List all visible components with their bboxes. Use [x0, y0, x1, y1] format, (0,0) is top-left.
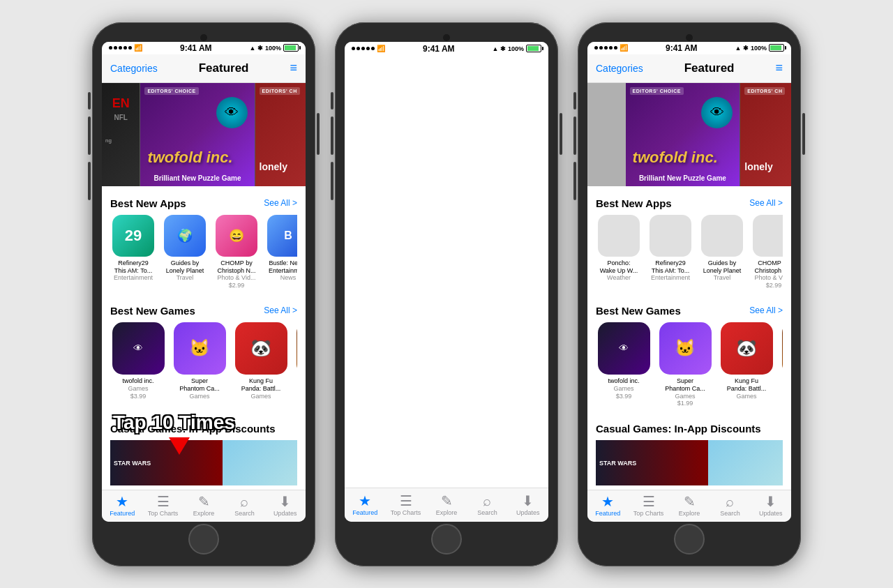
casual-banner-3: STAR WARS — [596, 440, 783, 485]
tab-featured-1[interactable]: ★ Featured — [102, 490, 142, 521]
best-new-games-section-1: Best New Games See All > 👁 twofold inc. … — [102, 299, 306, 412]
tab-updates-2[interactable]: ⬇ Updates — [508, 488, 548, 522]
app-name: Refinery29This AM: To... — [114, 259, 152, 275]
lonely-text-3: lonely — [744, 161, 772, 172]
time-display-2: 9:41 AM — [423, 44, 455, 54]
game-item-twofold-3[interactable]: 👁 twofold inc. Games$3.99 — [596, 322, 652, 407]
phone-1-screen: 📶 9:41 AM ▲ ✱ 100% Categories Featured ≡ — [102, 42, 306, 522]
casual-banner-1: STAR WARS — [110, 440, 297, 485]
tab-search-3[interactable]: ⌕ Search — [710, 490, 750, 521]
app-name-guides: Guides byLonely Planet — [166, 259, 204, 275]
game-item-super[interactable]: 🐱 SuperPhantom Ca... Games — [172, 322, 227, 407]
app-category-bustle: News — [280, 274, 297, 282]
best-games-title-1: Best New Games — [110, 305, 195, 317]
casual-section-1: Casual Games: In-App Discounts STAR WARS — [102, 417, 306, 490]
status-bar-2: 📶 9:41 AM ▲ ✱ 100% — [345, 42, 548, 56]
explore-icon: ✎ — [198, 495, 210, 508]
tab-explore-label-2: Explore — [436, 509, 458, 516]
best-games-title-3: Best New Games — [596, 305, 681, 317]
best-apps-see-all-1[interactable]: See All > — [264, 198, 297, 208]
game-icon-sandstorm-3: ⚓ — [782, 322, 783, 375]
home-button-1[interactable] — [188, 524, 219, 555]
app-icon-refinery29: 29 — [112, 215, 154, 257]
best-new-games-section-3: Best New Games See All > 👁 twofold inc. … — [587, 299, 791, 412]
app-name-chomp-3: CHOMP byChristoph N... — [754, 259, 783, 275]
app-item-guides-3[interactable]: Guides byLonely Planet Travel — [699, 215, 745, 289]
best-games-see-all-3[interactable]: See All > — [749, 306, 783, 315]
home-button-3[interactable] — [674, 524, 705, 555]
game-item-twofold[interactable]: 👁 twofold inc. Games$3.99 — [110, 322, 166, 407]
game-name-kungfu: Kung FuPanda: Battl... — [241, 377, 281, 393]
explore-icon-2: ✎ — [441, 494, 453, 508]
app-icon-guides: 🌍 — [164, 215, 206, 257]
tab-top-charts-1[interactable]: ☰ Top Charts — [142, 490, 183, 521]
app-item[interactable]: 29 Refinery29This AM: To... Entertainmen… — [110, 215, 156, 289]
app-item-chomp[interactable]: 😄 CHOMP byChristoph N... Photo & Vid...$… — [213, 215, 260, 289]
home-button-2[interactable] — [431, 524, 462, 555]
tab-bar-3: ★ Featured ☰ Top Charts ✎ Explore ⌕ Sear… — [587, 490, 791, 521]
nav-title-3: Featured — [684, 61, 735, 75]
editors-badge-1: EDITORS' CHOICE — [144, 87, 198, 95]
list-icon-1[interactable]: ≡ — [290, 61, 297, 75]
tab-search-2[interactable]: ⌕ Search — [467, 488, 507, 522]
app-item-bustle[interactable]: B Bustle: News,Entertainme... News — [265, 215, 297, 289]
game-item-kungfu[interactable]: 🐼 Kung FuPanda: Battl... Games — [233, 322, 289, 407]
tab-featured-3[interactable]: ★ Featured — [587, 490, 628, 521]
tab-search-label-1: Search — [234, 510, 255, 517]
app-icon-chomp: 😄 — [216, 215, 257, 257]
top-charts-icon-3: ☰ — [643, 495, 655, 508]
categories-link-3[interactable]: Categories — [596, 63, 643, 74]
game-icon-kungfu: 🐼 — [235, 322, 287, 375]
nav-bar-1: Categories Featured ≡ — [102, 54, 306, 83]
game-item-super-3[interactable]: 🐱 SuperPhantom Ca... Games$1.99 — [657, 322, 713, 407]
tab-search-label-2: Search — [477, 509, 497, 516]
tab-explore-3[interactable]: ✎ Explore — [669, 490, 710, 521]
app-category-chomp: Photo & Vid...$2.99 — [218, 274, 256, 289]
tab-search-1[interactable]: ⌕ Search — [224, 490, 264, 521]
tab-explore-2[interactable]: ✎ Explore — [426, 488, 467, 522]
tab-top-charts-label-3: Top Charts — [633, 510, 664, 517]
tab-updates-1[interactable]: ⬇ Updates — [265, 490, 306, 521]
nav-bar-3: Categories Featured ≡ — [587, 54, 791, 83]
games-row-3: 👁 twofold inc. Games$3.99 🐱 SuperPhantom… — [596, 322, 783, 407]
featured-icon-2: ★ — [359, 494, 371, 508]
casual-title-1: Casual Games: In-App Discounts — [110, 423, 276, 435]
explore-icon-3: ✎ — [684, 495, 696, 508]
hero-title-3: twofold inc. — [633, 150, 718, 165]
app-item-poncho[interactable]: Poncho:Wake Up W... Weather — [596, 215, 642, 289]
tab-featured-2[interactable]: ★ Featured — [345, 488, 385, 522]
tab-updates-3[interactable]: ⬇ Updates — [751, 490, 791, 521]
game-icon-sandstorm: ⚓ — [297, 322, 298, 375]
tab-top-charts-2[interactable]: ☰ Top Charts — [385, 488, 426, 522]
best-games-see-all-1[interactable]: See All > — [264, 306, 297, 315]
app-item-chomp-3[interactable]: CHOMP byChristoph N... Photo & Vid...$2.… — [751, 215, 783, 289]
best-apps-see-all-3[interactable]: See All > — [749, 198, 783, 208]
app-cat-r29-3: Entertainment — [651, 274, 690, 282]
best-new-apps-section-3: Best New Apps See All > Poncho:Wake Up W… — [587, 192, 791, 294]
hero-banner-1[interactable]: ENNFL ng EDITORS' CHOICE twofold inc. 👁 … — [102, 83, 306, 186]
game-cat-twofold-3: Games$3.99 — [613, 385, 633, 400]
status-bar: 📶 9:41 AM ▲ ✱ 100% — [102, 42, 306, 55]
app-category-guides: Travel — [177, 274, 194, 282]
app-item-r29-3[interactable]: Refinery29This AM: To... Entertainment — [647, 215, 693, 289]
game-item-kungfu-3[interactable]: 🐼 Kung FuPanda: Battl... Games — [719, 322, 774, 407]
tab-updates-label-3: Updates — [759, 510, 783, 517]
phones-container: 📶 9:41 AM ▲ ✱ 100% Categories Featured ≡ — [92, 22, 801, 566]
categories-link-1[interactable]: Categories — [110, 63, 158, 74]
tab-top-charts-3[interactable]: ☰ Top Charts — [628, 490, 668, 521]
app-item-guides[interactable]: 🌍 Guides byLonely Planet Travel — [162, 215, 208, 289]
phone-3-screen: 📶 9:41 AM ▲ ✱ 100% Categories Featured ≡ — [587, 42, 791, 522]
game-icon-twofold-3: 👁 — [598, 322, 650, 375]
game-cat-twofold: Games$3.99 — [128, 385, 148, 400]
tab-explore-1[interactable]: ✎ Explore — [183, 490, 224, 521]
featured-icon: ★ — [116, 495, 128, 508]
game-item-sandstorm[interactable]: ⚓ Sandstorm:Pirate Wars Games$2 — [294, 322, 297, 407]
game-icon-super: 🐱 — [174, 322, 226, 375]
game-name-super-3: SuperPhantom Ca... — [665, 377, 705, 393]
app-icon-guides-placeholder — [701, 215, 743, 257]
game-item-sandstorm-3[interactable]: ⚓ Sandstorm:Pirate Wars Games$2 — [780, 322, 783, 407]
editors-badge-1b: EDITORS' CH — [260, 87, 300, 95]
hero-banner-3[interactable]: EDITORS' CHOICE twofold inc. 👁 Brilliant… — [587, 83, 791, 186]
list-icon-3[interactable]: ≡ — [775, 61, 783, 75]
game-name-kungfu-3: Kung FuPanda: Battl... — [727, 377, 767, 393]
